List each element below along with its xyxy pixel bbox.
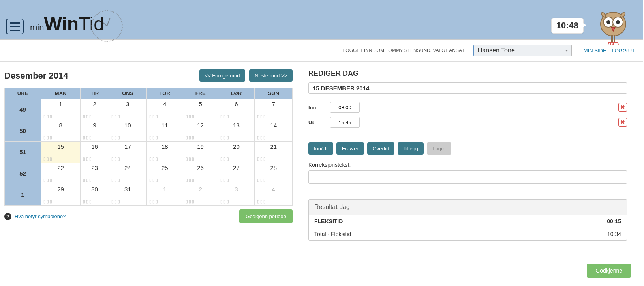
day-number: 17 [109,143,146,150]
day-number: 1 [147,186,183,193]
cal-header-søn: SØN [255,88,293,99]
day-number: 12 [183,122,218,129]
calendar-day[interactable]: 27▯▯▯ [218,163,255,184]
calendar-day[interactable]: 5▯▯▯ [183,99,218,120]
day-number: 30 [81,186,109,193]
day-number: 16 [81,143,109,150]
calendar-day[interactable]: 11▯▯▯ [146,120,183,142]
calendar-day[interactable]: 12▯▯▯ [183,120,218,142]
day-number: 31 [109,186,146,193]
day-indicators: ▯▯▯ [149,135,159,140]
day-indicators: ▯▯▯ [111,199,121,204]
day-indicators: ▯▯▯ [220,178,230,182]
help-icon[interactable]: ? [4,213,11,220]
prev-month-button[interactable]: << Forrige mnd [199,69,246,82]
innut-button[interactable]: Inn/Ut [308,142,333,155]
correction-input[interactable] [308,170,627,184]
min-side-link[interactable]: MIN SIDE [584,48,606,54]
result-row: Total - Fleksitid10:34 [309,228,627,240]
employee-selector [473,45,572,56]
correction-label: Korreksjonstekst: [308,162,627,168]
calendar-day[interactable]: 31▯▯▯ [109,184,147,206]
calendar-day[interactable]: 1▯▯▯ [146,184,183,206]
fravaer-button[interactable]: Fravær [336,142,364,155]
day-indicators: ▯▯▯ [257,178,267,182]
day-number: 18 [147,143,183,150]
day-indicators: ▯▯▯ [220,157,230,161]
day-indicators: ▯▯▯ [83,157,92,161]
calendar-day[interactable]: 18▯▯▯ [146,142,183,163]
calendar-day[interactable]: 29▯▯▯ [41,184,81,206]
calendar-day[interactable]: 24▯▯▯ [109,163,147,184]
godkjenne-button[interactable]: Godkjenne [587,264,631,278]
calendar-day[interactable]: 14▯▯▯ [255,120,293,142]
day-indicators: ▯▯▯ [149,114,159,118]
employee-input[interactable] [473,45,562,56]
calendar-day[interactable]: 3▯▯▯ [218,184,255,206]
day-indicators: ▯▯▯ [83,114,92,118]
cal-header-tor: TOR [146,88,183,99]
calendar-day[interactable]: 19▯▯▯ [183,142,218,163]
clock-icon [91,10,123,42]
day-indicators: ▯▯▯ [43,157,53,161]
day-indicators: ▯▯▯ [83,135,92,140]
calendar-day[interactable]: 22▯▯▯ [41,163,81,184]
calendar-day[interactable]: 6▯▯▯ [218,99,255,120]
out-time-input[interactable] [330,117,360,128]
result-box: Resultat dag FLEKSITID00:15Total - Fleks… [308,199,627,241]
lagre-button[interactable]: Lagre [427,142,451,155]
day-number: 2 [81,101,109,107]
day-number: 14 [255,122,292,129]
logg-ut-link[interactable]: LOGG UT [612,48,635,54]
calendar-day[interactable]: 21▯▯▯ [255,142,293,163]
in-label: Inn [308,105,330,110]
calendar-day[interactable]: 23▯▯▯ [81,163,109,184]
cal-header-uke: UKE [5,88,41,99]
calendar-day[interactable]: 4▯▯▯ [255,184,293,206]
calendar-day[interactable]: 7▯▯▯ [255,99,293,120]
delete-out-button[interactable]: ✖ [618,118,627,127]
day-number: 4 [147,101,183,107]
calendar-day[interactable]: 2▯▯▯ [183,184,218,206]
next-month-button[interactable]: Neste mnd >> [249,69,293,82]
overtid-button[interactable]: Overtid [367,142,395,155]
app-header: minWinTid 10:48 [0,0,643,40]
calendar-day[interactable]: 4▯▯▯ [146,99,183,120]
out-label: Ut [308,120,330,125]
day-indicators: ▯▯▯ [83,178,92,182]
calendar-day[interactable]: 26▯▯▯ [183,163,218,184]
calendar-day[interactable]: 20▯▯▯ [218,142,255,163]
result-row: FLEKSITID00:15 [309,215,627,228]
delete-in-button[interactable]: ✖ [618,103,627,112]
calendar-day[interactable]: 28▯▯▯ [255,163,293,184]
day-indicators: ▯▯▯ [220,199,230,204]
tillegg-button[interactable]: Tillegg [398,142,424,155]
calendar-day[interactable]: 16▯▯▯ [81,142,109,163]
calendar-day[interactable]: 30▯▯▯ [81,184,109,206]
result-label: FLEKSITID [314,218,343,224]
in-time-input[interactable] [330,102,360,113]
symbols-help-link[interactable]: Hva betyr symbolene? [15,213,66,219]
logo-win: Win [44,13,79,34]
day-number: 10 [109,122,146,129]
calendar-day[interactable]: 2▯▯▯ [81,99,109,120]
menu-button[interactable] [6,19,24,34]
day-number: 3 [109,101,146,107]
calendar-day[interactable]: 9▯▯▯ [81,120,109,142]
calendar-day[interactable]: 13▯▯▯ [218,120,255,142]
employee-dropdown-button[interactable] [562,45,572,56]
day-number: 28 [255,164,292,171]
calendar-day[interactable]: 3▯▯▯ [109,99,147,120]
calendar-day[interactable]: 10▯▯▯ [109,120,147,142]
calendar-day[interactable]: 15▯▯▯ [41,142,81,163]
day-indicators: ▯▯▯ [186,157,195,161]
calendar-day[interactable]: 17▯▯▯ [109,142,147,163]
result-value: 10:34 [607,231,621,237]
calendar-day[interactable]: 25▯▯▯ [146,163,183,184]
day-indicators: ▯▯▯ [186,114,195,118]
approve-period-button[interactable]: Godkjenn periode [239,209,293,223]
week-number: 49 [5,99,41,120]
day-indicators: ▯▯▯ [257,157,267,161]
calendar-day[interactable]: 1▯▯▯ [41,99,81,120]
calendar-day[interactable]: 8▯▯▯ [41,120,81,142]
